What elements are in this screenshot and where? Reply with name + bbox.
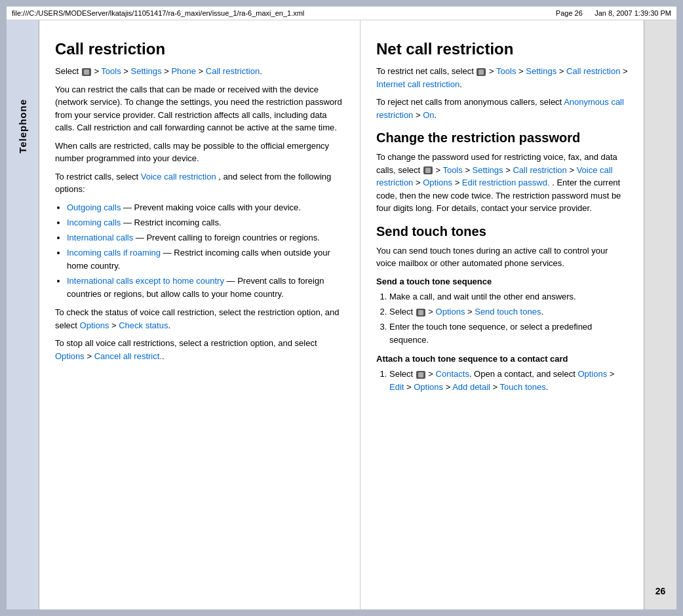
link-add-detail[interactable]: Add detail (452, 382, 490, 392)
link-incoming-calls[interactable]: Incoming calls (67, 218, 121, 227)
link-call-restriction-2[interactable]: Call restriction (566, 66, 620, 76)
net-call-para2: To reject net calls from anonymous calle… (376, 96, 628, 121)
attach-step-1: Select > Contacts. Open a contact, and s… (389, 368, 628, 394)
link-send-touch-tones[interactable]: Send touch tones (475, 307, 541, 317)
link-contacts[interactable]: Contacts (436, 369, 469, 379)
para4: To check the status of voice call restri… (55, 306, 344, 332)
link-internet-call-restriction[interactable]: Internet call restriction (376, 79, 459, 89)
right-column: Net call restriction To restrict net cal… (361, 20, 644, 609)
filepath: file:///C:/USERS/MODEServer/lkatajis/110… (12, 9, 304, 17)
page-info: Page 26 Jan 8, 2007 1:39:30 PM (556, 9, 671, 17)
link-edit-restriction-passwd[interactable]: Edit restriction passwd. (462, 178, 550, 187)
step-2: Select > Options > Send touch tones. (389, 305, 628, 318)
link-cancel-restrict[interactable]: Cancel all restrict. (94, 351, 162, 361)
para1: You can restrict the calls that can be m… (55, 83, 344, 134)
send-touch-tones-title: Send touch tones (376, 224, 628, 239)
top-bar: file:///C:/USERS/MODEServer/lkatajis/110… (7, 7, 676, 20)
link-settings-2[interactable]: Settings (526, 66, 556, 76)
svg-rect-9 (418, 372, 423, 377)
sidebar-tab: Telephone (7, 20, 39, 609)
link-tools-1[interactable]: Tools (101, 66, 121, 76)
intro-text: Select (55, 66, 81, 76)
link-international-calls[interactable]: International calls (67, 233, 133, 242)
send-touch-tones-para: You can send touch tones during an activ… (376, 244, 628, 270)
attach-touch-tone-label: Attach a touch tone sequence to a contac… (376, 353, 628, 366)
phone-icon-1 (82, 68, 91, 76)
link-options-cancel[interactable]: Options (55, 351, 85, 361)
intro-sep: > (94, 66, 101, 76)
svg-rect-7 (418, 310, 423, 315)
list-item-incoming: Incoming calls — Restrict incoming calls… (67, 216, 344, 229)
svg-rect-5 (425, 168, 431, 173)
link-tools-3[interactable]: Tools (442, 165, 462, 175)
link-options-contact[interactable]: Options (577, 369, 607, 379)
link-intl-except[interactable]: International calls except to home count… (67, 276, 224, 286)
touch-tone-steps: Make a call, and wait until the other en… (389, 290, 628, 347)
sidebar-label: Telephone (17, 99, 28, 153)
phone-icon-5 (416, 371, 425, 379)
para3: To restrict calls, select Voice call res… (55, 170, 344, 196)
attach-tone-steps: Select > Contacts. Open a contact, and s… (389, 368, 628, 394)
link-incoming-roaming[interactable]: Incoming calls if roaming (67, 248, 161, 258)
net-call-para1: To restrict net calls, select > Tools > … (376, 65, 628, 90)
link-options-edit[interactable]: Options (423, 178, 452, 187)
link-phone-1[interactable]: Phone (171, 66, 196, 76)
page-body: Telephone Call restriction Select > Tool… (7, 20, 676, 609)
inner-page: file:///C:/USERS/MODEServer/lkatajis/110… (7, 7, 676, 609)
left-title: Call restriction (55, 40, 344, 58)
change-password-para: To change the password used for restrict… (376, 151, 628, 215)
list-item-incoming-roaming: Incoming calls if roaming — Restrict inc… (67, 246, 344, 273)
link-options-touch[interactable]: Options (436, 307, 465, 317)
intro-para: Select > Tools > Settings > Phone > Call… (55, 65, 344, 78)
step-1: Make a call, and wait until the other en… (389, 290, 628, 303)
list-item-outgoing: Outgoing calls — Prevent making voice ca… (67, 201, 344, 214)
link-voice-call-restriction[interactable]: Voice call restriction (141, 172, 216, 182)
page-num-label: 26 (655, 586, 666, 596)
page-number-sidebar: 26 (644, 20, 676, 609)
link-options-check[interactable]: Options (80, 320, 109, 330)
phone-icon-2 (477, 68, 486, 76)
page-wrapper: file:///C:/USERS/MODEServer/lkatajis/110… (0, 0, 683, 616)
restriction-list: Outgoing calls — Prevent making voice ca… (67, 201, 344, 301)
link-tools-2[interactable]: Tools (496, 66, 516, 76)
phone-icon-4 (416, 309, 425, 317)
link-check-status[interactable]: Check status (119, 320, 168, 330)
send-touch-tone-seq-label: Send a touch tone sequence (376, 275, 628, 288)
list-item-international: International calls — Prevent calling to… (67, 231, 344, 244)
link-touch-tones[interactable]: Touch tones (500, 382, 546, 392)
link-settings-1[interactable]: Settings (131, 66, 162, 76)
link-edit-contact[interactable]: Edit (389, 382, 404, 392)
left-column: Call restriction Select > Tools > Settin… (39, 20, 361, 609)
link-on[interactable]: On (423, 110, 434, 120)
link-call-restriction[interactable]: Call restriction (206, 66, 260, 76)
step-3: Enter the touch tone sequence, or select… (389, 320, 628, 347)
change-password-title: Change the restriction password (376, 130, 628, 145)
link-call-restriction-3[interactable]: Call restriction (513, 165, 566, 175)
link-outgoing-calls[interactable]: Outgoing calls (67, 202, 121, 212)
link-settings-3[interactable]: Settings (473, 165, 503, 175)
svg-rect-3 (478, 69, 484, 75)
link-options-contact2[interactable]: Options (414, 382, 443, 392)
net-call-title: Net call restriction (376, 40, 628, 58)
para2: When calls are restricted, calls may be … (55, 140, 344, 165)
phone-icon-3 (423, 166, 433, 174)
para5: To stop all voice call restrictions, sel… (55, 337, 344, 362)
list-item-intl-except: International calls except to home count… (67, 275, 344, 301)
svg-rect-1 (84, 69, 89, 75)
